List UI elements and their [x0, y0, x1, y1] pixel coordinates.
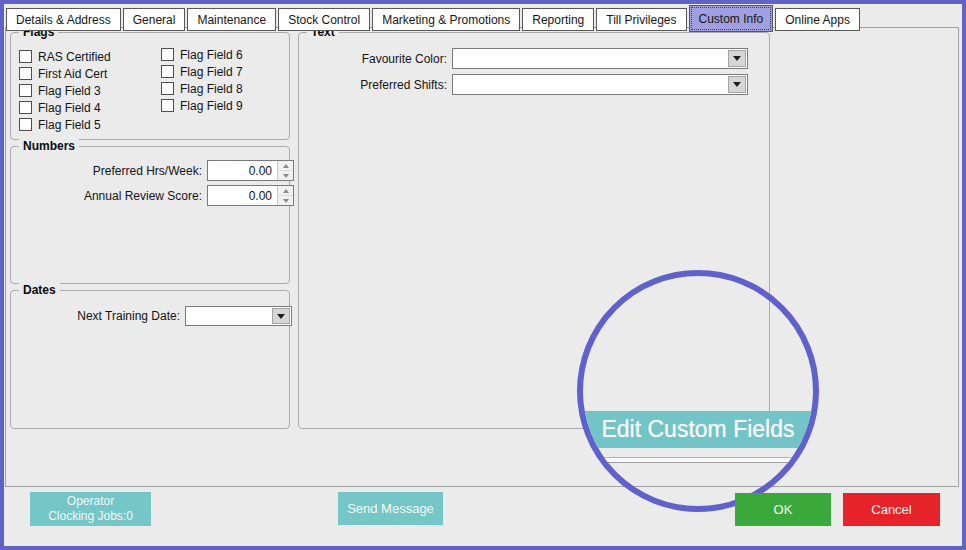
chevron-down-icon [733, 56, 741, 61]
ok-button[interactable]: OK [735, 493, 831, 526]
annual-review-score-value[interactable]: 0.00 [208, 186, 277, 205]
tab-general[interactable]: General [123, 8, 186, 31]
chevron-down-icon [733, 82, 741, 87]
checkbox-row-ras-certified: RAS Certified [19, 50, 111, 63]
checkbox-label: Flag Field 4 [38, 101, 101, 115]
operator-button-line1: Operator [67, 494, 114, 509]
spin-down-button[interactable] [278, 196, 293, 205]
next-training-date-row: Next Training Date: [17, 306, 292, 326]
checkbox-label: Flag Field 5 [38, 118, 101, 132]
tab-custom-info[interactable]: Custom Info [689, 5, 774, 32]
dropdown-button[interactable] [272, 308, 290, 324]
flag-field-8-checkbox[interactable] [161, 82, 174, 95]
tab-reporting[interactable]: Reporting [522, 8, 594, 31]
tab-marketing-promotions[interactable]: Marketing & Promotions [372, 8, 520, 31]
preferred-hrs-week-label: Preferred Hrs/Week: [19, 164, 202, 178]
favourite-color-dropdown[interactable] [452, 48, 748, 69]
chevron-down-icon [277, 314, 285, 319]
checkbox-label: First Aid Cert [38, 67, 107, 81]
preferred-shifts-label: Preferred Shifts: [307, 78, 447, 92]
dropdown-button[interactable] [728, 76, 746, 93]
dates-groupbox: Dates Next Training Date: [10, 290, 290, 429]
favourite-color-value [453, 49, 727, 68]
checkbox-row-flag-field-9: Flag Field 9 [161, 99, 243, 112]
edit-custom-fields-button[interactable]: Edit Custom Fields [577, 411, 819, 448]
dates-group-title: Dates [19, 283, 60, 297]
spin-up-button[interactable] [278, 186, 293, 196]
preferred-shifts-value [453, 75, 727, 94]
preferred-hrs-week-row: Preferred Hrs/Week: 0.00 [19, 160, 294, 181]
dropdown-button[interactable] [728, 50, 746, 67]
checkbox-label: RAS Certified [38, 50, 111, 64]
checkbox-row-flag-field-5: Flag Field 5 [19, 118, 111, 131]
flag-field-7-checkbox[interactable] [161, 65, 174, 78]
cancel-button[interactable]: Cancel [843, 493, 940, 526]
flags-column-right: Flag Field 6 Flag Field 7 Flag Field 8 F… [161, 48, 243, 116]
flag-field-5-checkbox[interactable] [19, 118, 32, 131]
spinner-buttons [277, 186, 293, 205]
flags-groupbox: Flags RAS Certified First Aid Cert Flag … [10, 32, 290, 140]
annual-review-score-label: Annual Review Score: [19, 189, 202, 203]
checkbox-label: Flag Field 9 [180, 99, 243, 113]
next-training-date-dropdown[interactable] [185, 306, 292, 326]
flag-field-3-checkbox[interactable] [19, 84, 32, 97]
tab-till-privileges[interactable]: Till Privileges [596, 8, 686, 31]
tab-online-apps[interactable]: Online Apps [775, 8, 860, 31]
tab-details-address[interactable]: Details & Address [6, 8, 121, 31]
spin-down-icon [283, 199, 289, 203]
flag-field-4-checkbox[interactable] [19, 101, 32, 114]
favourite-color-row: Favourite Color: [307, 48, 748, 69]
spin-up-icon [283, 164, 289, 168]
ras-certified-checkbox[interactable] [19, 50, 32, 63]
spin-up-icon [283, 189, 289, 193]
preferred-shifts-row: Preferred Shifts: [307, 74, 748, 95]
operator-clocking-jobs-button[interactable]: Operator Clocking Jobs:0 [30, 492, 151, 526]
numbers-group-title: Numbers [19, 139, 79, 153]
checkbox-row-flag-field-4: Flag Field 4 [19, 101, 111, 114]
checkbox-row-flag-field-7: Flag Field 7 [161, 65, 243, 78]
annual-review-score-spinner[interactable]: 0.00 [207, 185, 294, 206]
checkbox-row-flag-field-8: Flag Field 8 [161, 82, 243, 95]
tab-bar: Details & Address General Maintenance St… [6, 5, 860, 31]
preferred-shifts-dropdown[interactable] [452, 74, 748, 95]
flags-column-left: RAS Certified First Aid Cert Flag Field … [19, 50, 111, 135]
checkbox-label: Flag Field 6 [180, 48, 243, 62]
send-message-button[interactable]: Send Message [338, 492, 443, 525]
checkbox-label: Flag Field 3 [38, 84, 101, 98]
operator-button-line2: Clocking Jobs:0 [48, 509, 133, 524]
first-aid-cert-checkbox[interactable] [19, 67, 32, 80]
annual-review-score-row: Annual Review Score: 0.00 [19, 185, 294, 206]
flag-field-9-checkbox[interactable] [161, 99, 174, 112]
next-training-date-label: Next Training Date: [17, 309, 180, 323]
preferred-hrs-week-value[interactable]: 0.00 [208, 161, 277, 180]
spin-down-icon [283, 174, 289, 178]
spin-up-button[interactable] [278, 161, 293, 171]
next-training-date-value [186, 307, 271, 325]
checkbox-row-first-aid-cert: First Aid Cert [19, 67, 111, 80]
checkbox-label: Flag Field 7 [180, 65, 243, 79]
preferred-hrs-week-spinner[interactable]: 0.00 [207, 160, 294, 181]
magnified-divider [577, 457, 819, 463]
checkbox-label: Flag Field 8 [180, 82, 243, 96]
tab-stock-control[interactable]: Stock Control [278, 8, 370, 31]
flag-field-6-checkbox[interactable] [161, 48, 174, 61]
checkbox-row-flag-field-6: Flag Field 6 [161, 48, 243, 61]
checkbox-row-flag-field-3: Flag Field 3 [19, 84, 111, 97]
favourite-color-label: Favourite Color: [307, 52, 447, 66]
spin-down-button[interactable] [278, 171, 293, 180]
numbers-groupbox: Numbers Preferred Hrs/Week: 0.00 Annual … [10, 146, 290, 284]
spinner-buttons [277, 161, 293, 180]
magnifier-callout-circle: Edit Custom Fields [577, 270, 819, 512]
tab-maintenance[interactable]: Maintenance [187, 8, 276, 31]
